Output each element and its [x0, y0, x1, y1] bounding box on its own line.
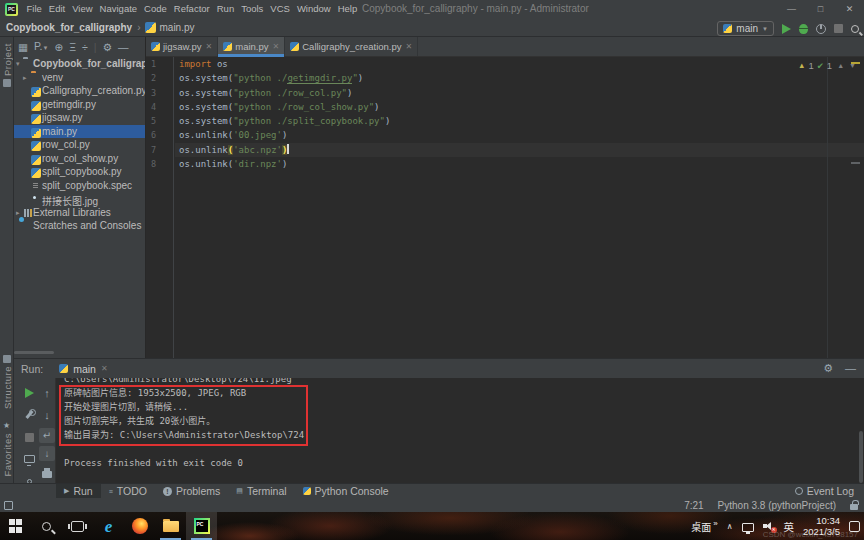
- project-hscrollbar[interactable]: [14, 351, 54, 354]
- tree-item-copybook-for-calligraphy[interactable]: ▾Copybook_for_calligraphy: [14, 57, 145, 71]
- collapse-all-icon[interactable]: Ξ: [69, 37, 76, 57]
- pycharm-taskbar-icon[interactable]: [186, 512, 217, 540]
- soft-wrap-icon[interactable]: ↵: [39, 428, 55, 443]
- ime-indicator[interactable]: 英: [784, 519, 795, 534]
- stop-button[interactable]: [22, 430, 36, 444]
- tool-window-button-terminal[interactable]: ▤Terminal: [228, 484, 294, 499]
- py-icon: [31, 86, 41, 97]
- chevron-right-icon[interactable]: ▸: [16, 209, 20, 217]
- tray-time: 10:34: [803, 515, 840, 526]
- expand-icon[interactable]: ÷: [82, 37, 88, 57]
- tree-item-split-copybook-py[interactable]: split_copybook.py: [14, 165, 145, 179]
- tree-item-main-py[interactable]: main.py: [14, 125, 145, 139]
- close-icon[interactable]: ✕: [206, 42, 213, 51]
- close-icon[interactable]: ✕: [273, 42, 280, 51]
- tree-item-split-copybook-spec[interactable]: split_copybook.spec: [14, 179, 145, 193]
- search-everywhere-button[interactable]: [851, 25, 859, 33]
- close-button[interactable]: ✕: [835, 0, 864, 18]
- internet-explorer-icon[interactable]: e: [93, 512, 124, 540]
- python-file-icon: [145, 22, 156, 33]
- tree-item-row-col-show-py[interactable]: row_col_show.py: [14, 152, 145, 166]
- menu-help[interactable]: Help: [334, 0, 361, 18]
- settings-gear-icon[interactable]: ⚙: [823, 359, 833, 378]
- network-icon[interactable]: [742, 523, 754, 532]
- settings-gear-icon[interactable]: ⚙: [103, 37, 112, 57]
- console-output[interactable]: C:\Users\Administrator\Desktop\724\11.jp…: [56, 378, 864, 483]
- run-button[interactable]: [782, 24, 791, 34]
- down-stack-trace-icon[interactable]: ↓: [40, 408, 54, 422]
- interpreter-widget[interactable]: Python 3.8 (pythonProject): [718, 500, 836, 511]
- menu-code[interactable]: Code: [141, 0, 171, 18]
- tool-window-button-run[interactable]: ▶Run: [56, 484, 101, 499]
- print-icon[interactable]: [40, 466, 54, 480]
- tool-window-button-problems[interactable]: !Problems: [155, 484, 228, 499]
- chevron-right-icon[interactable]: ▸: [23, 74, 27, 82]
- tree-item-external-libraries[interactable]: ▸External Libraries: [14, 206, 145, 220]
- desktop-toolbar[interactable]: 桌面»: [691, 519, 717, 534]
- lock-icon[interactable]: [850, 504, 858, 510]
- firefox-icon[interactable]: [124, 512, 155, 540]
- taskbar-search-icon[interactable]: [31, 512, 62, 540]
- editor-tab-main.py[interactable]: main.py✕: [218, 37, 285, 56]
- menu-run[interactable]: Run: [213, 0, 237, 18]
- menu-view[interactable]: View: [69, 0, 96, 18]
- run-configuration-select[interactable]: main ▼: [717, 21, 774, 36]
- tool-window-button-todo[interactable]: ≡TODO: [101, 484, 155, 499]
- menu-window[interactable]: Window: [293, 0, 334, 18]
- editor-tab-Calligraphy_creation.py[interactable]: Calligraphy_creation.py✕: [285, 37, 418, 56]
- event-log-button[interactable]: Event Log: [795, 483, 854, 498]
- hidden-icons-chevron[interactable]: ∧: [727, 522, 733, 531]
- profile-button[interactable]: [816, 24, 826, 34]
- start-button[interactable]: [0, 512, 31, 540]
- tree-item-getimgdir-py[interactable]: getimgdir.py: [14, 98, 145, 112]
- scroll-to-end-icon[interactable]: ↓: [39, 446, 55, 461]
- up-stack-trace-icon[interactable]: ↑: [40, 386, 54, 400]
- edit-config-icon[interactable]: [22, 408, 36, 422]
- code-area[interactable]: import osos.system("python ./getimgdir.p…: [175, 57, 864, 358]
- caret-position[interactable]: 7:21: [684, 500, 703, 511]
- file-explorer-icon[interactable]: [155, 512, 186, 540]
- tray-clock[interactable]: 10:34 2021/3/5: [803, 515, 840, 537]
- close-icon[interactable]: ✕: [406, 42, 413, 51]
- action-center-icon[interactable]: [849, 521, 860, 532]
- menu-tools[interactable]: Tools: [238, 0, 267, 18]
- tree-item-calligraphy-creation-py[interactable]: Calligraphy_creation.py: [14, 84, 145, 98]
- menu-vcs[interactable]: VCS: [267, 0, 294, 18]
- breadcrumb-file[interactable]: main.py: [159, 22, 194, 33]
- editor-tab-jigsaw.py[interactable]: jigsaw.py✕: [146, 37, 218, 56]
- tree-item-jigsaw-py[interactable]: jigsaw.py: [14, 111, 145, 125]
- tool-window-switcher-icon[interactable]: [4, 501, 13, 510]
- menu-refactor[interactable]: Refactor: [170, 0, 213, 18]
- volume-muted-icon[interactable]: ✕: [763, 521, 775, 531]
- console-scrollbar[interactable]: [859, 431, 863, 483]
- debug-button[interactable]: [799, 24, 808, 34]
- tool-stripe-favorites[interactable]: ★ Favorites: [0, 422, 14, 477]
- menu-file[interactable]: File: [23, 0, 45, 18]
- close-icon[interactable]: ✕: [101, 364, 108, 373]
- chevron-down-icon[interactable]: ▾: [16, 60, 20, 68]
- tree-item-scratches-and-consoles[interactable]: Scratches and Consoles: [14, 219, 145, 233]
- task-view-icon[interactable]: [62, 512, 93, 540]
- rerun-button[interactable]: [22, 386, 36, 400]
- tree-item-row-col-py[interactable]: row_col.py: [14, 138, 145, 152]
- maximize-button[interactable]: □: [806, 0, 835, 18]
- tool-window-button-python-console[interactable]: Python Console: [295, 484, 397, 499]
- inspection-widget[interactable]: ▲1 ✔1 ▲ ▼: [798, 60, 856, 71]
- locate-file-icon[interactable]: ⊕: [54, 37, 63, 57]
- project-view-dropdown[interactable]: P.▼: [34, 37, 49, 58]
- hide-panel-icon[interactable]: —: [118, 37, 129, 57]
- run-tab-main[interactable]: main ✕: [59, 363, 107, 375]
- prev-issue-icon[interactable]: ▲: [837, 62, 844, 69]
- show-console-icon[interactable]: [22, 452, 36, 466]
- project-view-icon[interactable]: ▦: [18, 37, 28, 57]
- tree-item--jpg[interactable]: 拼接长图.jpg: [14, 192, 145, 206]
- stop-button[interactable]: [834, 24, 843, 33]
- minimize-button[interactable]: —: [777, 0, 806, 18]
- tree-item-venv[interactable]: ▸venv: [14, 71, 145, 85]
- breadcrumb-project[interactable]: Copybook_for_calligraphy: [6, 22, 132, 33]
- tool-stripe-project[interactable]: Project: [0, 43, 14, 87]
- menu-edit[interactable]: Edit: [45, 0, 68, 18]
- hide-panel-icon[interactable]: —: [845, 359, 856, 378]
- menu-navigate[interactable]: Navigate: [96, 0, 141, 18]
- tool-stripe-structure[interactable]: Structure: [0, 355, 14, 409]
